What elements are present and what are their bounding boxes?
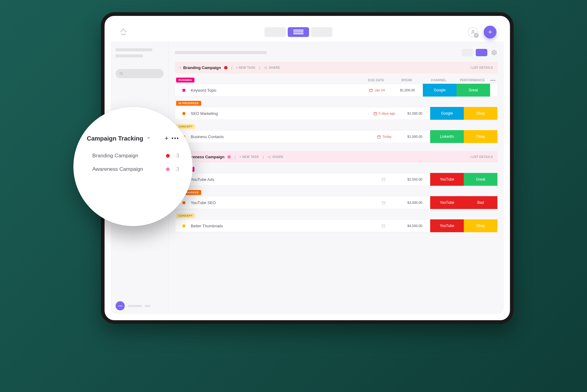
new-task-button[interactable]: + NEW TASK (236, 66, 256, 69)
app-logo[interactable] (118, 27, 129, 38)
group-color-dot (227, 155, 231, 159)
sidebar-zoom-overlay: Campaign Tracking + ••• Branding Campaig… (73, 107, 193, 226)
svg-point-6 (266, 68, 267, 69)
svg-point-5 (264, 67, 265, 68)
calendar-icon (382, 178, 386, 181)
chevron-down-icon[interactable] (146, 136, 151, 141)
channel-tag[interactable]: YouTube (430, 219, 464, 232)
status-badge[interactable]: IN PROGRESS (176, 101, 201, 106)
list-name: Awareness Campaign (87, 166, 166, 172)
task-row[interactable]: YouTube SEO$3,000.00YouTubeBad (175, 196, 498, 209)
channel-tag[interactable]: YouTube (430, 173, 464, 186)
new-task-button[interactable]: + NEW TASK (239, 155, 259, 159)
svg-rect-17 (378, 135, 381, 138)
list-color-dot (166, 167, 170, 171)
channel-tag[interactable]: LinkedIn (430, 130, 464, 143)
folder-more-button[interactable]: ••• (172, 135, 179, 142)
status-bullet[interactable] (183, 201, 185, 204)
search-icon (119, 71, 124, 76)
column-header-performance[interactable]: PERFORMANCE (456, 79, 489, 82)
status-header: IN PROGRESS (175, 101, 498, 106)
svg-line-8 (265, 68, 266, 68)
spend-cell[interactable]: $3,000.00 (400, 196, 430, 209)
task-row[interactable]: SEO Marketing5 days ago$1,000.00GoogleOk… (175, 107, 498, 120)
due-date-cell[interactable]: Today (369, 130, 400, 143)
performance-tag[interactable]: Great (456, 84, 490, 97)
plus-badge-icon: + (474, 33, 479, 38)
status-bullet[interactable] (183, 112, 185, 115)
svg-line-25 (269, 157, 270, 158)
calendar-icon (377, 135, 381, 139)
performance-tag[interactable]: Great (464, 173, 497, 186)
task-row[interactable]: Keyword TopicJan 24$1,000.00GoogleGreat (175, 84, 498, 97)
chat-button[interactable] (116, 301, 125, 310)
spend-cell[interactable]: $1,000.00 (400, 107, 430, 120)
performance-tag[interactable]: Bad (464, 196, 497, 209)
performance-tag[interactable]: Okay (464, 130, 497, 143)
add-list-button[interactable]: + (164, 134, 168, 142)
svg-line-7 (265, 67, 266, 67)
invite-user-button[interactable]: + (468, 27, 478, 37)
list-icon (293, 30, 304, 34)
due-date-cell[interactable] (369, 219, 400, 232)
svg-rect-34 (382, 225, 385, 227)
spend-cell[interactable]: $2,550.00 (400, 173, 430, 186)
topbar: + + (111, 22, 504, 42)
due-date-cell[interactable]: Jan 24 (362, 84, 392, 97)
performance-tag[interactable]: Okay (464, 107, 497, 120)
status-bullet[interactable] (183, 225, 185, 227)
create-button[interactable]: + (484, 26, 497, 38)
status-badge[interactable]: CONCEPT (176, 124, 195, 129)
header-toggle-2[interactable] (476, 49, 487, 56)
svg-rect-30 (382, 201, 385, 204)
view-option-3[interactable] (311, 27, 332, 37)
list-group-header[interactable]: ›Awareness Campaign|+ NEW TASK| SHARE› L… (175, 151, 498, 163)
list-details-button[interactable]: › LIST DETAILS (469, 66, 493, 69)
spend-cell[interactable]: $1,000.00 (400, 130, 430, 143)
status-badge[interactable]: RUNNING (176, 78, 194, 82)
svg-point-1 (120, 72, 122, 74)
svg-point-4 (266, 66, 267, 67)
list-color-dot (166, 154, 170, 158)
status-header: CONCEPT (175, 213, 498, 218)
share-icon (264, 66, 267, 69)
gear-icon (491, 49, 497, 56)
channel-tag[interactable]: YouTube (430, 196, 464, 209)
search-input[interactable] (116, 69, 164, 78)
list-group-header[interactable]: ›Branding Campaign|+ NEW TASK| SHARE› LI… (175, 62, 498, 73)
list-details-button[interactable]: › LIST DETAILS (469, 155, 493, 159)
status-badge[interactable]: CONCEPT (176, 213, 195, 218)
column-header-channel[interactable]: CHANNEL (422, 79, 456, 82)
due-date-cell[interactable] (369, 173, 400, 186)
sidebar-list-item[interactable]: Awareness Campaign3 (87, 163, 179, 176)
zoom-folder-title[interactable]: Campaign Tracking (87, 135, 143, 142)
status-header: CONCEPT (175, 124, 498, 129)
status-header: IN PROGRESS (175, 190, 498, 195)
performance-tag[interactable]: Okay (464, 219, 497, 232)
channel-tag[interactable]: Google (430, 107, 464, 120)
column-header-due[interactable]: DUE DATE (361, 79, 391, 82)
spend-cell[interactable]: $4,500.00 (400, 219, 430, 232)
share-button[interactable]: SHARE (264, 66, 280, 69)
share-button[interactable]: SHARE (268, 155, 284, 159)
due-date-cell[interactable] (369, 196, 400, 209)
group-title: Branding Campaign (183, 65, 221, 70)
channel-tag[interactable]: Google (423, 84, 456, 97)
column-header-spend[interactable]: SPEND (391, 79, 422, 82)
task-name: Business Contacts (191, 134, 369, 139)
calendar-icon (382, 201, 386, 205)
view-option-list[interactable] (288, 27, 309, 37)
view-option-1[interactable] (264, 27, 286, 37)
task-row[interactable]: Better Thumbnails$4,500.00YouTubeOkay (175, 219, 498, 232)
task-row[interactable]: Business ContactsToday$1,000.00LinkedInO… (175, 130, 498, 143)
due-date-cell[interactable]: 5 days ago (369, 107, 400, 120)
header-toggle-1[interactable] (462, 49, 473, 56)
task-name: SEO Marketing (191, 111, 369, 116)
status-bullet[interactable] (183, 89, 185, 92)
spend-cell[interactable]: $1,000.00 (392, 84, 423, 97)
settings-button[interactable] (490, 49, 498, 56)
main-content: ›Branding Campaign|+ NEW TASK| SHARE› LI… (169, 42, 504, 314)
sidebar-list-item[interactable]: Branding Campaign3 (87, 149, 179, 163)
task-row[interactable]: YouTube Ads$2,550.00YouTubeGreat (175, 173, 498, 186)
svg-line-24 (269, 156, 270, 156)
